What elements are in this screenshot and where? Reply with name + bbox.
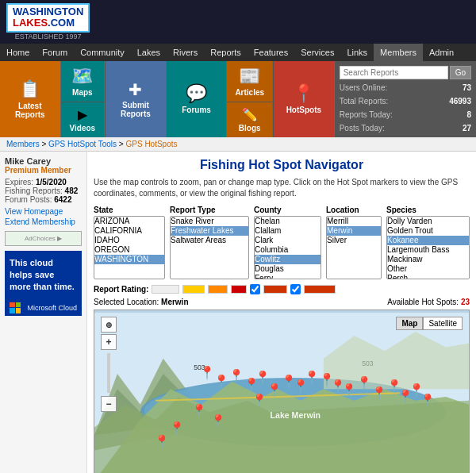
available-hotspots: Available Hot Spots: 23 xyxy=(387,298,470,306)
map-type-satellite[interactable]: Satellite xyxy=(423,317,463,330)
users-online-label: Users Online: xyxy=(340,83,388,92)
species-golden[interactable]: Golden Trout xyxy=(387,226,469,236)
qb-videos[interactable]: ▶ Videos xyxy=(61,102,106,137)
county-cowlitz[interactable]: Cowlitz xyxy=(255,255,321,264)
report-type-select[interactable]: Snake River Freshwater Lakes Saltwater A… xyxy=(170,216,249,279)
qb-hotspots[interactable]: 📍 HotSpots xyxy=(274,61,335,137)
nav-home[interactable]: Home xyxy=(0,44,36,61)
nav-lakes[interactable]: Lakes xyxy=(131,44,167,61)
map-ctrl-arrows[interactable]: ⊕ xyxy=(101,317,117,333)
location-merwin[interactable]: Merwin xyxy=(327,226,381,236)
nav-links[interactable]: Links xyxy=(340,44,374,61)
search-input[interactable] xyxy=(340,66,448,79)
nav-features[interactable]: Features xyxy=(248,44,294,61)
rating-label: Report Rating: xyxy=(94,285,148,294)
species-perch[interactable]: Perch xyxy=(387,274,469,279)
qb-submit[interactable]: ✚ Submit Reports xyxy=(106,61,167,137)
windows-flag-icon xyxy=(10,302,21,313)
total-reports-label: Total Reports: xyxy=(340,97,389,106)
qb-latest-reports[interactable]: 📋 Latest Reports xyxy=(0,61,61,137)
map-marker-12[interactable]: 📍 xyxy=(169,422,185,435)
state-option-ca[interactable]: CALIFORNIA xyxy=(94,226,164,236)
map-marker-6[interactable]: 📍 xyxy=(267,384,282,397)
map-marker-17[interactable]: 📍 xyxy=(356,377,372,390)
cloud-ad: This cloud helps save more than time. xyxy=(5,251,82,300)
location-merrill[interactable]: Merrill xyxy=(327,217,381,226)
report-type-fresh[interactable]: Freshwater Lakes xyxy=(171,226,248,236)
page-description: Use the map controls to zoom, pan or cha… xyxy=(94,177,470,199)
map-marker-11[interactable]: 📍 xyxy=(191,405,207,417)
county-ferry[interactable]: Ferry xyxy=(255,274,321,279)
map-marker-10[interactable]: 📍 xyxy=(251,394,267,407)
total-reports-value: 46993 xyxy=(449,97,471,106)
species-select[interactable]: Dolly Varden Golden Trout Kokanee Largem… xyxy=(386,216,470,279)
species-kokanee[interactable]: Kokanee xyxy=(387,236,469,245)
nav-forum[interactable]: Forum xyxy=(36,44,74,61)
species-dolly[interactable]: Dolly Varden xyxy=(387,217,469,226)
breadcrumb: Members > GPS HotSpot Tools > GPS HotSpo… xyxy=(0,137,476,152)
nav-reports[interactable]: Reports xyxy=(204,44,248,61)
county-select[interactable]: Chelan Clallam Clark Columbia Cowlitz Do… xyxy=(254,216,321,279)
state-option-az[interactable]: ARIZONA xyxy=(94,217,164,226)
cloud-ad-bottom: Microsoft Cloud xyxy=(5,300,82,316)
extend-membership-link[interactable]: Extend Membership xyxy=(5,217,82,226)
submit-icon: ✚ xyxy=(129,80,142,99)
svg-text:Lake Merwin: Lake Merwin xyxy=(271,410,321,420)
nav-rivers[interactable]: Rivers xyxy=(167,44,204,61)
logo-name: WASHINGTONLAKES.COM xyxy=(13,6,83,29)
microsoft-cloud-label: Microsoft Cloud xyxy=(27,304,77,312)
nav-community[interactable]: Community xyxy=(74,44,131,61)
nav-services[interactable]: Services xyxy=(294,44,340,61)
map-marker-1[interactable]: 📍 xyxy=(199,367,215,379)
state-option-wa[interactable]: WASHINGTON xyxy=(94,255,164,264)
search-go-button[interactable]: Go xyxy=(450,66,471,79)
species-other[interactable]: Other xyxy=(387,264,469,274)
map-marker-16[interactable]: 📍 xyxy=(341,384,357,397)
map-marker-22[interactable]: 📍 xyxy=(420,394,436,407)
qb-maps[interactable]: 🗺️ Maps xyxy=(61,61,106,102)
county-columbia[interactable]: Columbia xyxy=(255,245,321,255)
state-select[interactable]: ARIZONA CALIFORNIA IDAHO OREGON WASHINGT… xyxy=(94,216,165,279)
breadcrumb-gps-hotspots[interactable]: GPS HotSpots xyxy=(125,140,177,148)
species-largemouth[interactable]: Largemouth Bass xyxy=(387,245,469,255)
county-filter-label: County xyxy=(254,206,321,214)
location-select[interactable]: Merrill Merwin Silver xyxy=(326,216,382,279)
map-marker-23[interactable]: 📍 xyxy=(210,415,226,428)
species-mackinaw[interactable]: Mackinaw xyxy=(387,255,469,264)
posts-today-value: 27 xyxy=(463,124,471,133)
nav-members[interactable]: Members xyxy=(374,44,423,61)
map-marker-18[interactable]: 📍 xyxy=(371,387,387,400)
county-clallam[interactable]: Clallam xyxy=(255,226,321,236)
map-marker-3[interactable]: 📍 xyxy=(228,370,244,383)
qb-blogs[interactable]: ✏️ Blogs xyxy=(227,102,273,137)
rating-checkbox-2[interactable] xyxy=(290,284,301,294)
content-area: Fishing Hot Spot Navigator Use the map c… xyxy=(87,152,476,473)
county-clark[interactable]: Clark xyxy=(255,236,321,245)
map-type-map[interactable]: Map xyxy=(396,317,423,330)
rating-checkbox-1[interactable] xyxy=(250,284,260,294)
county-douglas[interactable]: Douglas xyxy=(255,264,321,274)
selected-location-value: Merwin xyxy=(161,298,188,306)
report-type-snake[interactable]: Snake River xyxy=(171,217,248,226)
breadcrumb-members[interactable]: Members xyxy=(6,140,40,148)
state-option-id[interactable]: IDAHO xyxy=(94,236,164,245)
breadcrumb-gps-tools[interactable]: GPS HotSpot Tools xyxy=(48,140,117,148)
map-marker-9[interactable]: 📍 xyxy=(304,371,320,384)
sidebar-info: Expires: 1/5/2020 Fishing Reports: 482 F… xyxy=(5,178,82,204)
filter-report-type: Report Type Snake River Freshwater Lakes… xyxy=(170,206,249,279)
county-chelan[interactable]: Chelan xyxy=(255,217,321,226)
view-homepage-link[interactable]: View Homepage xyxy=(5,207,82,216)
map-zoom-in[interactable]: + xyxy=(101,334,117,350)
report-type-salt[interactable]: Saltwater Areas xyxy=(171,236,248,245)
map-marker-2[interactable]: 📍 xyxy=(213,375,229,388)
state-option-or[interactable]: OREGON xyxy=(94,245,164,255)
map-marker-13[interactable]: 📍 xyxy=(154,436,170,448)
map-controls: ⊕ + − xyxy=(101,317,117,412)
nav-admin[interactable]: Admin xyxy=(423,44,460,61)
qb-forums[interactable]: 💬 Forums xyxy=(167,61,228,137)
qb-articles-blogs: 📰 Articles ✏️ Blogs xyxy=(227,61,274,137)
qb-articles[interactable]: 📰 Articles xyxy=(227,61,273,102)
map-zoom-out[interactable]: − xyxy=(101,396,117,412)
location-silver[interactable]: Silver xyxy=(327,236,381,245)
selected-location-info: Selected Location: Merwin xyxy=(94,298,189,306)
